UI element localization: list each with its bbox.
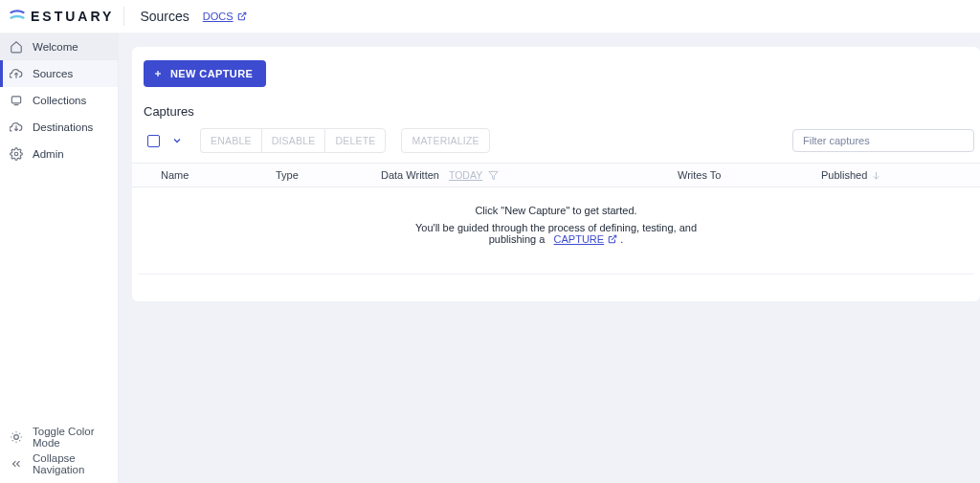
col-published[interactable]: Published	[821, 169, 926, 181]
new-capture-label: NEW CAPTURE	[170, 68, 253, 79]
col-type[interactable]: Type	[276, 169, 381, 181]
empty-line2-prefix: You'll be guided through the process of …	[415, 222, 697, 233]
captures-panel: NEW CAPTURE Captures ENABLE DISABLE DELE…	[132, 47, 980, 301]
external-link-icon	[608, 234, 617, 244]
sidebar-item-label: Collapse Navigation	[33, 452, 108, 475]
sidebar-item-label: Collections	[33, 95, 86, 106]
plus-icon	[153, 69, 163, 78]
col-published-label: Published	[821, 169, 867, 181]
svg-line-0	[241, 12, 246, 17]
docs-link[interactable]: DOCS	[203, 11, 247, 22]
sidebar: Welcome Sources Collections	[0, 33, 119, 483]
table-header: Name Type Data Written TODAY Writes To	[132, 163, 980, 187]
brand-logo[interactable]: ESTUARY	[10, 9, 114, 24]
capture-docs-link[interactable]: CAPTURE	[554, 233, 618, 245]
toggle-color-mode[interactable]: Toggle Color Mode	[0, 424, 118, 450]
empty-state: Click "New Capture" to get started. You'…	[138, 187, 974, 274]
svg-line-14	[19, 433, 20, 434]
download-cloud-icon	[10, 121, 23, 134]
gear-icon	[10, 147, 23, 161]
sidebar-item-sources[interactable]: Sources	[0, 60, 118, 87]
svg-line-13	[12, 440, 13, 441]
docs-link-label: DOCS	[203, 11, 234, 22]
col-data-written[interactable]: Data Written TODAY	[381, 169, 678, 181]
new-capture-button[interactable]: NEW CAPTURE	[144, 60, 266, 87]
sidebar-item-label: Sources	[33, 68, 73, 79]
sidebar-item-admin[interactable]: Admin	[0, 141, 118, 167]
brand-name: ESTUARY	[31, 9, 114, 24]
topbar-divider	[123, 7, 124, 26]
col-name[interactable]: Name	[161, 169, 276, 181]
svg-rect-2	[11, 97, 20, 103]
disable-button[interactable]: DISABLE	[261, 128, 325, 153]
svg-marker-17	[489, 171, 498, 179]
sidebar-item-label: Welcome	[33, 41, 78, 53]
sidebar-item-label: Toggle Color Mode	[33, 426, 108, 449]
capture-docs-label: CAPTURE	[554, 233, 605, 245]
select-all-checkbox[interactable]	[147, 135, 160, 147]
section-title: Captures	[144, 104, 974, 119]
bulk-actions: ENABLE DISABLE DELETE	[200, 128, 386, 153]
empty-line1: Click "New Capture" to get started.	[138, 205, 974, 216]
empty-period: .	[620, 233, 623, 245]
enable-button[interactable]: ENABLE	[200, 128, 261, 153]
col-writes-to[interactable]: Writes To	[678, 169, 821, 181]
main-content: NEW CAPTURE Captures ENABLE DISABLE DELE…	[119, 33, 980, 483]
svg-point-5	[14, 152, 18, 156]
sidebar-item-collections[interactable]: Collections	[0, 87, 118, 114]
collapse-navigation[interactable]: Collapse Navigation	[0, 450, 118, 477]
sidebar-item-destinations[interactable]: Destinations	[0, 114, 118, 141]
delete-button[interactable]: DELETE	[324, 128, 386, 153]
estuary-logo-icon	[10, 9, 25, 24]
layers-icon	[10, 94, 23, 107]
data-range-label: TODAY	[449, 169, 482, 181]
upload-cloud-icon	[10, 67, 23, 80]
empty-line2-suffix: publishing a	[489, 233, 546, 245]
chevrons-left-icon	[10, 457, 23, 471]
sidebar-item-label: Destinations	[33, 121, 93, 133]
home-icon	[10, 40, 23, 54]
svg-line-19	[612, 235, 616, 240]
external-link-icon	[237, 11, 247, 21]
table-toolbar: ENABLE DISABLE DELETE MATERIALIZE	[144, 128, 974, 153]
svg-line-9	[12, 433, 13, 434]
sort-descending-icon	[871, 170, 881, 181]
topbar: ESTUARY Sources DOCS	[0, 0, 980, 33]
page-title: Sources	[140, 9, 189, 24]
svg-line-10	[19, 440, 20, 441]
svg-point-6	[14, 435, 19, 440]
data-range-selector[interactable]: TODAY	[449, 169, 499, 181]
filter-captures-input[interactable]	[792, 129, 974, 152]
col-data-written-label: Data Written	[381, 169, 439, 181]
sidebar-item-label: Admin	[33, 148, 64, 160]
sun-icon	[10, 430, 23, 444]
materialize-button[interactable]: MATERIALIZE	[401, 128, 489, 153]
sidebar-item-welcome[interactable]: Welcome	[0, 33, 118, 60]
select-all-menu[interactable]	[171, 135, 183, 146]
filter-icon	[488, 170, 499, 181]
